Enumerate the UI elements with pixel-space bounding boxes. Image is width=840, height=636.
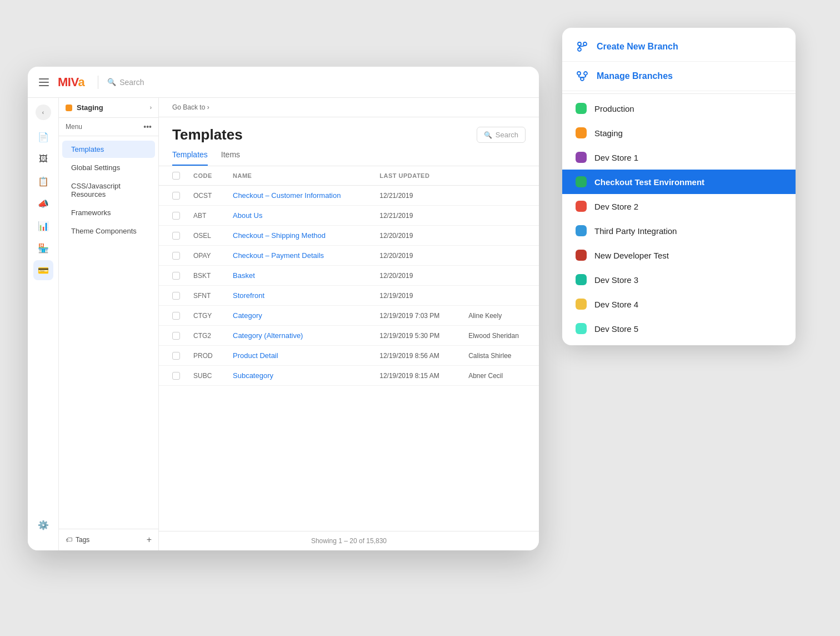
create-new-branch-action[interactable]: Create New Branch <box>562 32 796 62</box>
row-name[interactable]: Category <box>226 306 373 326</box>
branch-list-item-dev-store-3[interactable]: Dev Store 3 <box>562 267 796 292</box>
table-row: PROD Product Detail 12/19/2019 8:56 AM C… <box>159 346 539 366</box>
tab-items[interactable]: Items <box>221 150 240 166</box>
row-code: BSKT <box>187 266 226 286</box>
table-row: ABT About Us 12/21/2019 <box>159 206 539 226</box>
svg-point-2 <box>578 48 581 51</box>
branch-color-dot <box>576 225 587 236</box>
branch-list-item-checkout-test-environment[interactable]: Checkout Test Environment <box>562 170 796 194</box>
left-nav: Staging › Menu ••• Templates Global Sett… <box>59 98 159 550</box>
nav-item-theme-components[interactable]: Theme Components <box>62 222 155 240</box>
branch-color-dot <box>576 323 587 334</box>
row-name[interactable]: Product Detail <box>226 346 373 366</box>
sidebar-icon-store[interactable]: 🏪 <box>33 238 53 258</box>
row-code: SUBC <box>187 366 226 386</box>
hamburger-icon[interactable] <box>39 78 49 86</box>
row-checkbox[interactable] <box>172 332 180 340</box>
row-checkbox-cell <box>159 206 187 226</box>
nav-item-templates[interactable]: Templates <box>62 141 155 158</box>
sidebar-icon-card[interactable]: 💳 <box>33 260 53 280</box>
branch-list-item-production[interactable]: Production <box>562 96 796 121</box>
branch-list-item-staging[interactable]: Staging <box>562 121 796 145</box>
branch-selector[interactable]: Staging › <box>59 98 158 118</box>
row-user: Elwood Sheridan <box>462 326 539 346</box>
nav-menu-dots-icon[interactable]: ••• <box>143 122 152 131</box>
row-code: ABT <box>187 206 226 226</box>
select-all-checkbox[interactable] <box>172 172 180 180</box>
tag-icon: 🏷 <box>66 536 72 544</box>
row-code: PROD <box>187 346 226 366</box>
breadcrumb[interactable]: Go Back to › <box>172 103 526 111</box>
row-checkbox[interactable] <box>172 292 180 300</box>
nav-footer-tags[interactable]: 🏷 Tags + <box>59 529 158 550</box>
nav-item-global-settings[interactable]: Global Settings <box>62 159 155 176</box>
row-name[interactable]: About Us <box>226 206 373 226</box>
branch-list-item-dev-store-5[interactable]: Dev Store 5 <box>562 316 796 341</box>
sidebar-collapse-button[interactable]: ‹ <box>36 105 51 120</box>
branch-list-item-new-developer-test[interactable]: New Developer Test <box>562 243 796 267</box>
row-checkbox[interactable] <box>172 252 180 260</box>
row-checkbox[interactable] <box>172 352 180 360</box>
branch-color-dot <box>576 274 587 285</box>
row-name[interactable]: Storefront <box>226 286 373 306</box>
col-name: NAME <box>226 166 373 186</box>
row-checkbox[interactable] <box>172 312 180 320</box>
nav-item-frameworks[interactable]: Frameworks <box>62 204 155 221</box>
svg-point-4 <box>577 72 581 75</box>
branch-list-item-third-party-integration[interactable]: Third Party Integration <box>562 218 796 243</box>
nav-item-css-resources[interactable]: CSS/Javascript Resources <box>62 177 155 203</box>
sidebar-icon-docs[interactable]: 📋 <box>33 171 53 191</box>
create-branch-icon <box>576 40 589 53</box>
branch-name: Staging <box>77 103 150 112</box>
branch-color-dot <box>576 152 587 163</box>
branch-dropdown-panel: Create New Branch Manage Branches Produc… <box>562 28 796 345</box>
nav-menu-label: Menu <box>66 123 82 131</box>
branch-list-item-dev-store-1[interactable]: Dev Store 1 <box>562 145 796 170</box>
manage-branches-label: Manage Branches <box>597 71 673 81</box>
tab-templates[interactable]: Templates <box>172 150 208 166</box>
branch-list-item-dev-store-2[interactable]: Dev Store 2 <box>562 194 796 218</box>
row-checkbox-cell <box>159 246 187 266</box>
row-checkbox[interactable] <box>172 192 180 200</box>
branch-list-name: Dev Store 1 <box>594 153 638 162</box>
sidebar-icon-file[interactable]: 📄 <box>33 127 53 147</box>
row-user: Aline Keely <box>462 306 539 326</box>
icon-sidebar: ‹ 📄 🖼 📋 📣 📊 🏪 💳 ⚙️ <box>28 98 59 550</box>
content-search-icon: 🔍 <box>484 131 492 139</box>
row-date: 12/19/2019 <box>373 286 462 306</box>
main-content: ‹ 📄 🖼 📋 📣 📊 🏪 💳 ⚙️ Staging › Menu ••• <box>28 98 539 550</box>
branch-chevron-icon: › <box>150 105 152 111</box>
row-checkbox[interactable] <box>172 272 180 280</box>
row-checkbox[interactable] <box>172 212 180 220</box>
row-name[interactable]: Category (Alternative) <box>226 326 373 346</box>
tags-add-icon[interactable]: + <box>147 535 152 545</box>
row-checkbox[interactable] <box>172 232 180 240</box>
row-name[interactable]: Checkout – Shipping Method <box>226 226 373 246</box>
row-date: 12/19/2019 5:30 PM <box>373 326 462 346</box>
table-row: CTG2 Category (Alternative) 12/19/2019 5… <box>159 326 539 346</box>
row-name[interactable]: Checkout – Customer Information <box>226 186 373 206</box>
sidebar-icon-settings[interactable]: ⚙️ <box>33 515 53 535</box>
manage-branches-action[interactable]: Manage Branches <box>562 62 796 91</box>
branch-list-item-dev-store-4[interactable]: Dev Store 4 <box>562 292 796 316</box>
nav-items: Templates Global Settings CSS/Javascript… <box>59 136 158 529</box>
row-name[interactable]: Subcategory <box>226 366 373 386</box>
branch-list-name: Dev Store 2 <box>594 202 638 211</box>
branch-list: Production Staging Dev Store 1 Checkout … <box>562 96 796 341</box>
table-row: OCST Checkout – Customer Information 12/… <box>159 186 539 206</box>
row-name[interactable]: Checkout – Payment Details <box>226 246 373 266</box>
sidebar-icon-chart[interactable]: 📊 <box>33 216 53 236</box>
sidebar-icon-megaphone[interactable]: 📣 <box>33 193 53 213</box>
col-checkbox <box>159 166 187 186</box>
row-checkbox[interactable] <box>172 372 180 380</box>
top-search[interactable]: 🔍 Search <box>107 78 144 87</box>
table-row: SFNT Storefront 12/19/2019 <box>159 286 539 306</box>
branch-color-dot <box>576 201 587 212</box>
content-search[interactable]: 🔍 Search <box>477 127 526 143</box>
row-checkbox-cell <box>159 186 187 206</box>
content-area: Go Back to › Templates 🔍 Search Template… <box>159 98 539 550</box>
sidebar-icon-image[interactable]: 🖼 <box>33 149 53 169</box>
row-name[interactable]: Basket <box>226 266 373 286</box>
row-date: 12/19/2019 7:03 PM <box>373 306 462 326</box>
row-date: 12/20/2019 <box>373 266 462 286</box>
